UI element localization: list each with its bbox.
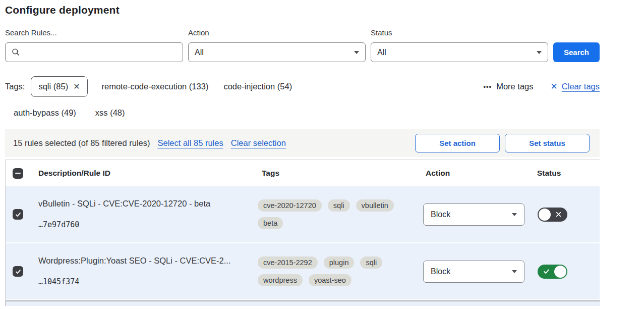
action-filter-field: Action All bbox=[188, 28, 366, 62]
rule-description: vBulletin - SQLi - CVE:CVE-2020-12720 - … bbox=[38, 199, 253, 209]
rule-action-value: Block bbox=[431, 267, 450, 276]
status-filter-select[interactable]: All bbox=[371, 42, 548, 62]
toggle-knob bbox=[539, 209, 551, 221]
tag-pill: wordpress bbox=[258, 274, 303, 286]
selection-summary: 15 rules selected (of 85 filtered rules) bbox=[13, 138, 150, 148]
tags-bar-row2: auth-bypass (49) xss (48) bbox=[5, 108, 600, 118]
tag-option-remote-code-execution[interactable]: remote-code-execution (133) bbox=[102, 82, 209, 91]
action-filter-value: All bbox=[195, 48, 204, 57]
rule-tags: cve-2015-2292 plugin sqli wordpress yoas… bbox=[253, 243, 418, 299]
status-filter-value: All bbox=[377, 48, 386, 57]
table-row: Wordpress:Plugin:Yoast SEO - SQLi - CVE:… bbox=[6, 243, 600, 300]
clear-tags-label: Clear tags bbox=[562, 82, 600, 91]
indeterminate-icon bbox=[15, 173, 21, 174]
tag-pill: plugin bbox=[324, 256, 355, 269]
column-header-status: Status bbox=[533, 169, 600, 178]
ellipsis-icon: ••• bbox=[484, 83, 492, 90]
column-header-description: Description/Rule ID bbox=[33, 169, 253, 178]
chevron-down-icon bbox=[512, 270, 517, 273]
tag-pill: cve-2015-2292 bbox=[258, 256, 318, 269]
search-icon bbox=[12, 48, 20, 57]
check-icon bbox=[15, 211, 22, 218]
table-row: vBulletin - SQLi - CVE:CVE-2020-12720 - … bbox=[6, 186, 600, 243]
rules-table: Description/Rule ID Tags Action Status v… bbox=[5, 160, 600, 306]
check-icon bbox=[15, 268, 22, 275]
tag-pill: beta bbox=[258, 217, 283, 229]
column-header-tags: Tags bbox=[253, 169, 418, 178]
rule-id: …7e97d760 bbox=[38, 220, 253, 230]
search-rules-field: Search Rules... bbox=[5, 28, 183, 62]
tag-option-auth-bypass[interactable]: auth-bypass (49) bbox=[14, 108, 76, 118]
select-all-checkbox[interactable] bbox=[13, 168, 23, 179]
clear-tags-button[interactable]: ✕ Clear tags bbox=[551, 81, 600, 92]
x-icon bbox=[555, 211, 562, 218]
chevron-down-icon bbox=[354, 51, 359, 54]
tag-pill: sqli bbox=[360, 256, 382, 269]
row-checkbox[interactable] bbox=[13, 209, 23, 220]
table-header: Description/Rule ID Tags Action Status bbox=[6, 160, 600, 186]
clear-selection-link[interactable]: Clear selection bbox=[231, 138, 286, 148]
search-rules-label: Search Rules... bbox=[5, 28, 183, 37]
more-tags-button[interactable]: ••• More tags bbox=[484, 82, 534, 91]
select-all-link[interactable]: Select all 85 rules bbox=[157, 138, 223, 148]
close-icon: ✕ bbox=[551, 81, 558, 92]
check-icon bbox=[543, 268, 550, 275]
search-rules-input[interactable] bbox=[24, 47, 177, 58]
tag-pill: yoast-seo bbox=[309, 274, 352, 286]
rule-status-toggle[interactable] bbox=[538, 208, 567, 222]
column-header-action: Action bbox=[418, 169, 533, 178]
remove-tag-icon[interactable]: ✕ bbox=[73, 81, 80, 92]
rule-tags: cve-2020-12720 sqli vbulletin beta bbox=[253, 186, 418, 242]
set-action-button[interactable]: Set action bbox=[415, 134, 500, 152]
rule-action-select[interactable]: Block bbox=[423, 203, 524, 226]
rule-status-toggle[interactable] bbox=[538, 265, 567, 279]
chevron-down-icon bbox=[537, 51, 542, 54]
selection-bar: 15 rules selected (of 85 filtered rules)… bbox=[5, 129, 600, 157]
tag-option-xss[interactable]: xss (48) bbox=[95, 108, 125, 118]
filter-bar: Search Rules... Action All Status bbox=[5, 28, 600, 62]
tags-bar: Tags: sqli (85) ✕ remote-code-execution … bbox=[5, 76, 600, 97]
tag-pill: cve-2020-12720 bbox=[258, 199, 322, 212]
chevron-down-icon bbox=[512, 213, 517, 216]
table-row-partial bbox=[6, 301, 600, 306]
page-title: Configure deployment bbox=[5, 4, 600, 16]
selected-tag-name: sqli (85) bbox=[38, 81, 68, 92]
rule-description: Wordpress:Plugin:Yoast SEO - SQLi - CVE:… bbox=[38, 256, 253, 266]
tag-pill: vbulletin bbox=[356, 199, 394, 212]
search-button[interactable]: Search bbox=[553, 42, 600, 62]
toggle-knob bbox=[554, 266, 566, 278]
status-filter-field: Status All bbox=[371, 28, 548, 62]
action-filter-label: Action bbox=[188, 28, 366, 37]
search-rules-box bbox=[5, 42, 183, 62]
selected-tag-chip[interactable]: sqli (85) ✕ bbox=[31, 76, 87, 97]
more-tags-label: More tags bbox=[496, 82, 533, 91]
rule-action-select[interactable]: Block bbox=[423, 261, 524, 283]
tag-pill: sqli bbox=[328, 199, 350, 212]
row-checkbox[interactable] bbox=[13, 266, 23, 277]
configure-deployment-page: Configure deployment Search Rules... Act… bbox=[0, 4, 644, 309]
rule-action-value: Block bbox=[431, 210, 450, 219]
rule-id: …1045f374 bbox=[38, 277, 253, 287]
tag-option-code-injection[interactable]: code-injection (54) bbox=[223, 82, 292, 91]
tags-label: Tags: bbox=[5, 82, 25, 91]
set-status-button[interactable]: Set status bbox=[505, 134, 590, 152]
status-filter-label: Status bbox=[371, 28, 548, 37]
action-filter-select[interactable]: All bbox=[188, 42, 366, 62]
